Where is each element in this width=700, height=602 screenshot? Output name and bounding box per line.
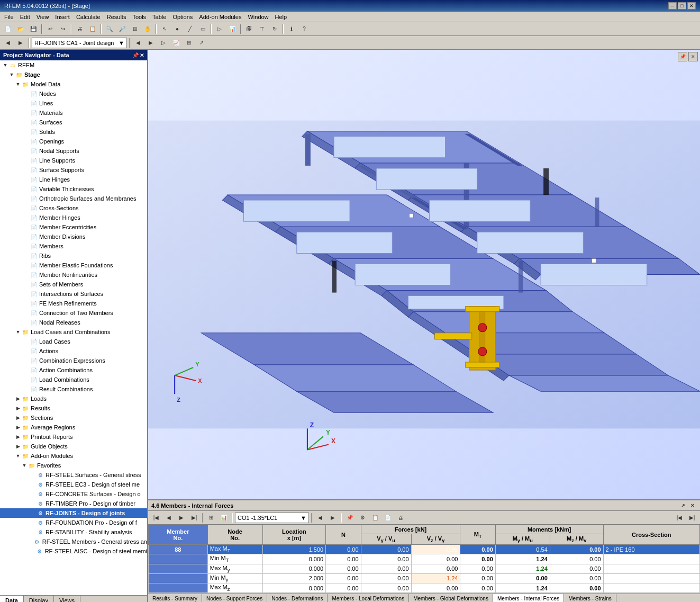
maximize-btn[interactable]: □	[678, 2, 686, 10]
tb-save[interactable]: 💾	[28, 23, 39, 35]
tree-orthotropic[interactable]: 📄 Orthotropic Surfaces and Membranes	[0, 194, 147, 203]
tree-rf-stability[interactable]: ⚙ RF-STABILITY - Stability analysis	[0, 527, 147, 537]
tb-calc[interactable]: ▷	[214, 23, 225, 35]
tree-materials[interactable]: 📄 Materials	[0, 108, 147, 118]
tree-rf-steel-surfaces[interactable]: ⚙ RF-STEEL Surfaces - General stress	[0, 470, 147, 480]
bp-tb-settings[interactable]: ⚙	[357, 512, 368, 524]
tree-model-data[interactable]: ▼ 📁 Model Data	[0, 79, 147, 89]
tb2-calc2[interactable]: ▷	[158, 37, 169, 49]
viewport[interactable]: X Y Z X Y Z	[148, 50, 700, 499]
tb-view-top[interactable]: ⊤	[256, 23, 268, 35]
tab-members-internal-forces[interactable]: Members - Internal Forces	[493, 594, 564, 602]
tab-data[interactable]: Data	[0, 596, 24, 602]
tree-variable-thicknesses[interactable]: 📄 Variable Thicknesses	[0, 184, 147, 194]
tree-solids[interactable]: 📄 Solids	[0, 127, 147, 137]
tree-member-eccentricities[interactable]: 📄 Member Eccentricities	[0, 222, 147, 232]
menu-insert[interactable]: Insert	[52, 13, 73, 21]
tb2-fwd[interactable]: ▶	[15, 37, 26, 49]
tree-lines[interactable]: 📄 Lines	[0, 98, 147, 108]
nav-close-btn[interactable]: ✕	[140, 52, 144, 58]
bp-tb-prev[interactable]: ◀	[163, 512, 175, 524]
tb-results[interactable]: 📊	[226, 23, 238, 35]
menu-tools[interactable]: Tools	[129, 13, 149, 21]
bp-tb-last[interactable]: ▶|	[188, 512, 200, 524]
tree-rf-joints[interactable]: ⚙ RF-JOINTS - Design of joints	[0, 508, 147, 518]
bp-tb-print[interactable]: 🖨	[395, 512, 406, 524]
menu-results[interactable]: Results	[104, 13, 130, 21]
tree-printout-reports[interactable]: ▶ 📁 Printout Reports	[0, 432, 147, 442]
tb2-prev[interactable]: ◀	[132, 37, 144, 49]
panel-close-btn[interactable]: ✕	[688, 501, 697, 510]
tb-3d[interactable]: 🗐	[243, 23, 255, 35]
tb-print[interactable]: 🖨	[74, 23, 86, 35]
tab-members-global[interactable]: Members - Global Deformations	[409, 594, 493, 602]
tab-results-summary[interactable]: Results - Summary	[148, 594, 202, 602]
minimize-btn[interactable]: ─	[668, 2, 677, 10]
tb-zoom-out[interactable]: 🔎	[116, 23, 128, 35]
tab-members-local[interactable]: Members - Local Deformations	[328, 594, 409, 602]
bp-scroll-right[interactable]: ▶|	[686, 512, 698, 524]
tb-line[interactable]: ╱	[184, 23, 196, 35]
tb2-chart[interactable]: 📈	[170, 37, 182, 49]
tb-rotate[interactable]: ↻	[269, 23, 280, 35]
tb-node[interactable]: ●	[171, 23, 183, 35]
tree-intersections[interactable]: 📄 Intersections of Surfaces	[0, 289, 147, 299]
tree-members[interactable]: 📄 Members	[0, 241, 147, 251]
tree-sections[interactable]: ▶ 📁 Sections	[0, 413, 147, 423]
tb-new[interactable]: 📄	[2, 23, 14, 35]
tree-member-elastic[interactable]: 📄 Member Elastic Foundations	[0, 260, 147, 270]
tb2-export[interactable]: ↗	[196, 37, 207, 49]
tb-select[interactable]: ↖	[159, 23, 170, 35]
tree-sets-of-members[interactable]: 📄 Sets of Members	[0, 280, 147, 289]
bp-scroll-left[interactable]: |◀	[674, 512, 685, 524]
tree-rf-steel-members[interactable]: ⚙ RF-STEEL Members - General stress an	[0, 537, 147, 546]
panel-float-btn[interactable]: ↗	[679, 501, 687, 510]
tree-result-combinations[interactable]: 📄 Result Combinations	[0, 384, 147, 394]
addon-dropdown[interactable]: RF-JOINTS CA1 - Joint design ▼	[32, 38, 127, 48]
bp-tb-table[interactable]: ⊞	[205, 512, 217, 524]
tb2-back[interactable]: ◀	[2, 37, 14, 49]
bp-tb-first[interactable]: |◀	[150, 512, 162, 524]
viewport-pin-btn[interactable]: 📌	[678, 52, 687, 61]
tree-rf-steel-ec3[interactable]: ⚙ RF-STEEL EC3 - Design of steel me	[0, 480, 147, 489]
tree-stage[interactable]: ▼ 📁 Stage	[0, 70, 147, 79]
tree-results[interactable]: ▶ 📁 Results	[0, 403, 147, 413]
tb-undo[interactable]: ↩	[44, 23, 56, 35]
bp-tb-right[interactable]: ▶	[327, 512, 339, 524]
menu-options[interactable]: Options	[169, 13, 196, 21]
tree-nodal-supports[interactable]: 📄 Nodal Supports	[0, 146, 147, 156]
tree-nodes[interactable]: 📄 Nodes	[0, 89, 147, 98]
menu-addon[interactable]: Add-on Modules	[196, 13, 244, 21]
bp-tb-pin[interactable]: 📌	[344, 512, 356, 524]
tree-member-divisions[interactable]: 📄 Member Divisions	[0, 232, 147, 241]
tree-addon-modules[interactable]: ▼ 📁 Add-on Modules	[0, 451, 147, 461]
menu-edit[interactable]: Edit	[17, 13, 33, 21]
nav-pin-btn[interactable]: 📌	[132, 52, 139, 58]
bp-tb-export-pdf[interactable]: 📄	[382, 512, 394, 524]
tb-redo[interactable]: ↪	[57, 23, 69, 35]
tb2-next[interactable]: ▶	[145, 37, 157, 49]
menu-calculate[interactable]: Calculate	[73, 13, 104, 21]
tree-openings[interactable]: 📄 Openings	[0, 137, 147, 146]
tree-ribs[interactable]: 📄 Ribs	[0, 251, 147, 260]
tb-open[interactable]: 📂	[15, 23, 26, 35]
tree-line-hinges[interactable]: 📄 Line Hinges	[0, 175, 147, 184]
tree-load-combinations[interactable]: 📄 Load Combinations	[0, 375, 147, 384]
co-dropdown[interactable]: CO1 -1.35*LC1 ▼	[235, 513, 309, 523]
menu-view[interactable]: View	[33, 13, 52, 21]
tb-copy[interactable]: 📋	[87, 23, 98, 35]
tree-rf-foundation[interactable]: ⚙ RF-FOUNDATION Pro - Design of f	[0, 518, 147, 527]
tree-member-hinges[interactable]: 📄 Member Hinges	[0, 213, 147, 222]
tree-fe-mesh[interactable]: 📄 FE Mesh Refinements	[0, 299, 147, 308]
tree-line-supports[interactable]: 📄 Line Supports	[0, 156, 147, 165]
tree-rf-timber[interactable]: ⚙ RF-TIMBER Pro - Design of timber	[0, 499, 147, 508]
tree-nodal-releases[interactable]: 📄 Nodal Releases	[0, 318, 147, 327]
tb-help[interactable]: ?	[298, 23, 310, 35]
tree-rfem[interactable]: ▼ 🗂 RFEM	[0, 60, 147, 70]
tab-members-strains[interactable]: Members - Strains	[564, 594, 616, 602]
tree-load-cases[interactable]: 📄 Load Cases	[0, 337, 147, 346]
menu-window[interactable]: Window	[244, 13, 271, 21]
menu-file[interactable]: File	[1, 13, 17, 21]
tb-surface[interactable]: ▭	[197, 23, 208, 35]
tb-pan[interactable]: ✋	[142, 23, 153, 35]
